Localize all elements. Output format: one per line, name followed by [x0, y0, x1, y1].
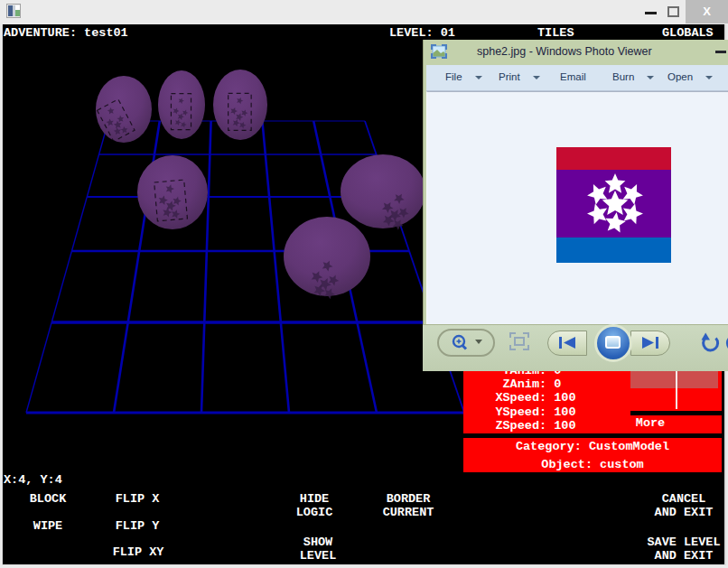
- photo-viewer-menubar: FilePrintEmailBurnOpen: [426, 65, 728, 91]
- flip-y-button[interactable]: FLIP Y: [116, 520, 160, 534]
- rotate-counterclockwise-button[interactable]: [699, 331, 723, 356]
- more-button[interactable]: More: [619, 417, 682, 431]
- zoom-control[interactable]: [437, 329, 495, 357]
- menu-print[interactable]: Print: [499, 71, 540, 82]
- show-level-button[interactable]: SHOW LEVEL: [300, 536, 337, 563]
- photo-viewer-content: [426, 91, 728, 324]
- photo-viewer-titlebar[interactable]: sphe2.jpg - Windows Photo Viewer: [423, 40, 728, 65]
- photo-viewer-minimize[interactable]: [715, 51, 726, 53]
- fit-to-window-button[interactable]: [509, 332, 529, 350]
- zanim-row: ZAnim: 0: [463, 378, 626, 392]
- wipe-button[interactable]: WIPE: [33, 520, 62, 534]
- photo-image: [556, 147, 671, 263]
- photo-viewer-title: sphe2.jpg - Windows Photo Viewer: [477, 45, 652, 58]
- save-level-and-exit-button[interactable]: SAVE LEVEL AND EXIT: [647, 536, 720, 563]
- cancel-and-exit-button[interactable]: CANCEL AND EXIT: [655, 493, 714, 519]
- panel-divider: [630, 411, 722, 415]
- hide-logic-button[interactable]: HIDE LOGIC: [296, 493, 333, 519]
- play-slideshow-button[interactable]: [594, 324, 632, 362]
- object-line: Object: custom: [463, 459, 722, 472]
- category-line: Category: CustomModel: [463, 441, 722, 454]
- minimize-button[interactable]: [645, 12, 657, 14]
- adventure-label: ADVENTURE: test01: [4, 27, 128, 41]
- menu-burn[interactable]: Burn: [612, 71, 654, 82]
- object-category-panel: Category: CustomModel Object: custom: [463, 438, 722, 472]
- maximize-button[interactable]: [667, 6, 679, 17]
- sphere-object[interactable]: [158, 70, 205, 139]
- cursor-coords: X:4, Y:4: [4, 474, 62, 488]
- sphere-object[interactable]: [137, 155, 208, 229]
- previous-button[interactable]: [547, 331, 587, 356]
- game-app-icon: [6, 4, 21, 18]
- rotate-clockwise-button[interactable]: [723, 331, 728, 356]
- menu-email[interactable]: Email: [560, 71, 586, 82]
- flip-xy-button[interactable]: FLIP XY: [113, 546, 164, 560]
- photo-viewer-window: sphe2.jpg - Windows Photo Viewer FilePri…: [423, 40, 728, 371]
- close-button[interactable]: X: [686, 0, 728, 23]
- slideshow-icon: [605, 336, 621, 349]
- level-label: LEVEL: 01: [389, 27, 455, 41]
- block-button[interactable]: BLOCK: [30, 493, 67, 507]
- sphere-object[interactable]: [213, 70, 267, 140]
- game-window-titlebar: X: [0, 0, 728, 24]
- photo-viewer-toolbar: [423, 324, 728, 371]
- globals-button[interactable]: GLOBALS: [662, 27, 714, 41]
- flip-x-button[interactable]: FLIP X: [116, 493, 160, 507]
- sphere-object[interactable]: [284, 217, 370, 300]
- zspeed-row: ZSpeed: 100: [463, 420, 626, 433]
- chevron-down-icon: [647, 76, 654, 79]
- tiles-button[interactable]: TILES: [537, 27, 574, 41]
- sphere-object[interactable]: [96, 76, 152, 143]
- chevron-down-icon: [475, 76, 482, 79]
- xspeed-row: XSpeed: 100: [463, 392, 626, 405]
- photo-viewer-icon: [431, 44, 447, 59]
- menu-file[interactable]: File: [445, 71, 482, 82]
- sphere-object[interactable]: [341, 154, 425, 231]
- border-current-button[interactable]: BORDER CURRENT: [383, 493, 434, 519]
- next-button[interactable]: [630, 331, 670, 356]
- menu-open[interactable]: Open: [667, 71, 713, 82]
- object-properties-panel: YAnim: 0ZAnim: 0XSpeed: 100YSpeed: 100ZS…: [463, 363, 722, 433]
- yspeed-row: YSpeed: 100: [463, 406, 626, 420]
- chevron-down-icon: [533, 76, 540, 79]
- chevron-down-icon: [705, 76, 713, 79]
